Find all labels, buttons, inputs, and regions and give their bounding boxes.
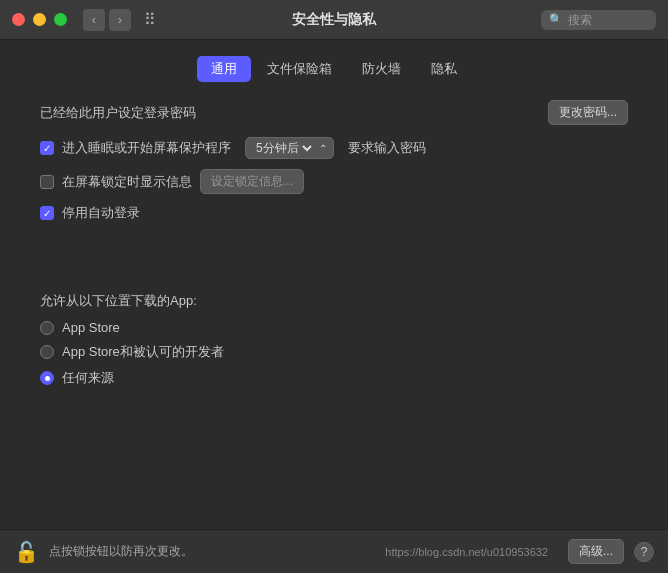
tab-general[interactable]: 通用 [197,56,251,82]
window-title: 安全性与隐私 [292,11,376,29]
minimize-button[interactable] [33,13,46,26]
search-input[interactable] [568,13,648,27]
advanced-button[interactable]: 高级... [568,539,624,564]
radio-anywhere: 任何来源 [40,369,628,387]
password-label: 已经给此用户设定登录密码 [40,104,548,122]
spacer [0,232,668,292]
radio-anywhere-label: 任何来源 [62,369,114,387]
autologin-checkbox[interactable] [40,206,54,220]
search-box: 🔍 [541,10,656,30]
bottom-url: https://blog.csdn.net/u010953632 [385,546,548,558]
radio-appstore: App Store [40,320,628,335]
chevron-icon: ⌃ [319,143,327,154]
sleep-select-container[interactable]: 5分钟后 ⌃ [245,137,334,159]
radio-appstore-developers-button[interactable] [40,345,54,359]
autologin-label: 停用自动登录 [62,204,140,222]
radio-appstore-button[interactable] [40,321,54,335]
maximize-button[interactable] [54,13,67,26]
tab-filevault[interactable]: 文件保险箱 [253,56,346,82]
require-password-label: 要求输入密码 [348,139,426,157]
back-icon: ‹ [92,12,96,27]
bottom-bar: 🔓 点按锁按钮以防再次更改。 https://blog.csdn.net/u01… [0,529,668,573]
sleep-checkbox[interactable] [40,141,54,155]
radio-anywhere-button[interactable] [40,371,54,385]
lock-icon[interactable]: 🔓 [14,540,39,564]
grid-icon: ⠿ [144,10,156,29]
help-icon: ? [641,545,648,559]
download-section: 允许从以下位置下载的App: App Store App Store和被认可的开… [0,292,668,387]
password-row: 已经给此用户设定登录密码 更改密码... [40,100,628,125]
grid-button[interactable]: ⠿ [139,9,161,31]
radio-appstore-developers: App Store和被认可的开发者 [40,343,628,361]
sleep-label: 进入睡眠或开始屏幕保护程序 [62,139,231,157]
nav-buttons: ‹ › [83,9,131,31]
lock-screen-row: 在屏幕锁定时显示信息 设定锁定信息... [40,169,628,194]
close-button[interactable] [12,13,25,26]
bottom-info-text: 点按锁按钮以防再次更改。 [49,543,375,560]
forward-button[interactable]: › [109,9,131,31]
radio-appstore-developers-label: App Store和被认可的开发者 [62,343,224,361]
titlebar: ‹ › ⠿ 安全性与隐私 🔍 [0,0,668,40]
change-password-button[interactable]: 更改密码... [548,100,628,125]
tab-privacy[interactable]: 隐私 [417,56,471,82]
general-section: 已经给此用户设定登录密码 更改密码... 进入睡眠或开始屏幕保护程序 5分钟后 … [0,100,668,222]
forward-icon: › [118,12,122,27]
help-button[interactable]: ? [634,542,654,562]
back-button[interactable]: ‹ [83,9,105,31]
set-lock-info-button[interactable]: 设定锁定信息... [200,169,304,194]
radio-appstore-label: App Store [62,320,120,335]
tab-bar: 通用 文件保险箱 防火墙 隐私 [0,56,668,82]
autologin-row: 停用自动登录 [40,204,628,222]
sleep-checkbox-row: 进入睡眠或开始屏幕保护程序 5分钟后 ⌃ 要求输入密码 [40,137,628,159]
search-icon: 🔍 [549,13,563,26]
sleep-time-select[interactable]: 5分钟后 [252,140,315,156]
lock-screen-checkbox[interactable] [40,175,54,189]
lock-screen-label: 在屏幕锁定时显示信息 [62,173,192,191]
tab-firewall[interactable]: 防火墙 [348,56,415,82]
traffic-lights [12,13,67,26]
main-content: 通用 文件保险箱 防火墙 隐私 已经给此用户设定登录密码 更改密码... 进入睡… [0,40,668,529]
download-title: 允许从以下位置下载的App: [40,292,628,310]
